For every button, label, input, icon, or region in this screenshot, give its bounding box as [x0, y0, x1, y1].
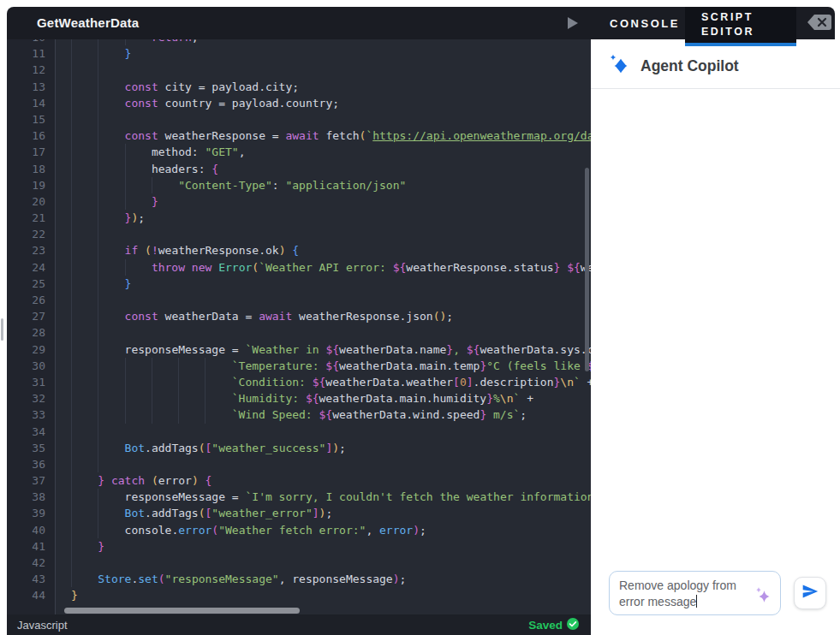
code-line: 36 — [7, 456, 591, 472]
code-line: 39Bot.addTags(["weather_error"]); — [7, 505, 591, 521]
code-line: 37} catch (error) { — [7, 472, 591, 489]
language-label: Javascript — [17, 619, 68, 632]
play-icon — [565, 16, 581, 30]
code-line: 11} — [7, 45, 591, 62]
code-line: 28 — [7, 324, 591, 341]
active-tab-indicator — [685, 43, 796, 46]
tab-script-editor[interactable]: SCRIPT EDITOR — [685, 7, 796, 43]
saved-label: Saved — [528, 619, 563, 632]
code-line: 20} — [7, 193, 591, 210]
code-line: 40console.error("Weather fetch error:", … — [7, 522, 591, 538]
code-line: 43Store.set("responseMessage", responseM… — [7, 571, 591, 587]
code-line: 22 — [7, 226, 591, 242]
code-line: 18headers: { — [7, 161, 591, 177]
prompt-sparkle-icon — [754, 585, 772, 608]
code-line: 33`Wind Speed: ${weatherData.wind.speed}… — [7, 407, 591, 423]
send-icon — [801, 583, 819, 603]
editor-statusbar: Javascript Saved — [7, 614, 591, 635]
code-line: 24throw new Error(`Weather API error: ${… — [7, 259, 591, 276]
script-editor-window: GetWeatherData CONSOLE SCRIPT EDITOR 10r… — [0, 0, 840, 635]
saved-check-icon — [567, 618, 579, 632]
code-line: 10return; — [7, 39, 591, 45]
code-line: 41} — [7, 538, 591, 555]
code-lines: 10return;11}1213const city = payload.cit… — [7, 39, 591, 604]
copilot-divider — [591, 88, 840, 89]
code-line: 12 — [7, 62, 591, 78]
code-line: 32`Humidity: ${weatherData.main.humidity… — [7, 390, 591, 407]
code-line: 44} — [7, 587, 591, 603]
code-line: 19"Content-Type": "application/json" — [7, 177, 591, 193]
panel-resize-handle[interactable] — [1, 318, 3, 341]
code-line: 16const weatherResponse = await fetch(`h… — [7, 128, 591, 144]
code-line: 26 — [7, 292, 591, 308]
code-line: 31`Condition: ${weatherData.weather[0].d… — [7, 374, 591, 390]
copilot-title: Agent Copilot — [640, 57, 739, 75]
code-line: 42 — [7, 555, 591, 571]
agent-copilot-panel: Agent Copilot Remove apology from error … — [591, 39, 840, 635]
code-editor[interactable]: 10return;11}1213const city = payload.cit… — [7, 39, 591, 635]
save-status: Saved — [528, 618, 579, 632]
code-line: 15 — [7, 111, 591, 128]
code-line: 34 — [7, 424, 591, 440]
code-line: 30`Temperature: ${weatherData.main.temp}… — [7, 358, 591, 374]
horizontal-scrollbar[interactable] — [64, 608, 300, 614]
send-prompt-button[interactable] — [794, 577, 826, 609]
code-line: 27const weatherData = await weatherRespo… — [7, 308, 591, 324]
close-editor-button[interactable] — [801, 13, 837, 35]
copilot-prompt-input[interactable]: Remove apology from error message — [609, 571, 781, 615]
code-line: 38responseMessage = `I'm sorry, I couldn… — [7, 489, 591, 505]
code-line: 17method: "GET", — [7, 144, 591, 160]
copilot-header: Agent Copilot — [608, 53, 739, 79]
code-line: 29responseMessage = `Weather in ${weathe… — [7, 341, 591, 358]
code-line: 35Bot.addTags(["weather_success"]); — [7, 440, 591, 456]
code-line: 14const country = payload.country; — [7, 95, 591, 111]
code-line: 25} — [7, 276, 591, 292]
script-title: GetWeatherData — [37, 15, 139, 30]
tab-console[interactable]: CONSOLE — [606, 7, 683, 39]
code-line: 23if (!weatherResponse.ok) { — [7, 242, 591, 258]
code-line: 13const city = payload.city; — [7, 79, 591, 95]
backspace-close-icon — [806, 12, 833, 36]
window-titlebar: GetWeatherData CONSOLE SCRIPT EDITOR — [7, 7, 835, 39]
run-script-button[interactable] — [565, 16, 581, 30]
text-cursor — [696, 595, 697, 608]
copilot-sparkle-icon — [608, 53, 630, 79]
code-line: 21}); — [7, 210, 591, 226]
vertical-scrollbar[interactable] — [585, 168, 589, 371]
